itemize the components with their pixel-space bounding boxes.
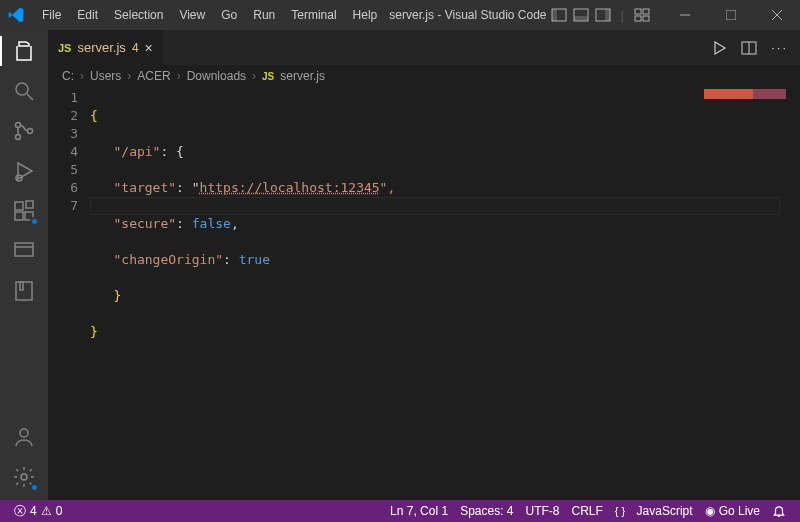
js-file-icon: JS	[262, 71, 274, 82]
menu-terminal[interactable]: Terminal	[283, 4, 344, 26]
window-title: server.js - Visual Studio Code	[385, 8, 550, 22]
layout-customize-icon[interactable]	[634, 7, 650, 23]
window-controls	[662, 0, 800, 30]
menu-edit[interactable]: Edit	[69, 4, 106, 26]
svg-point-14	[16, 83, 28, 95]
menu-selection[interactable]: Selection	[106, 4, 171, 26]
broadcast-icon: ◉	[705, 504, 715, 518]
vscode-logo-icon	[8, 7, 24, 23]
svg-rect-27	[20, 282, 23, 290]
tab-bar: JS server.js 4 × ···	[48, 30, 800, 65]
menu-help[interactable]: Help	[345, 4, 386, 26]
run-file-icon[interactable]	[711, 40, 727, 56]
breadcrumb-item[interactable]: Downloads	[187, 69, 246, 83]
svg-rect-7	[643, 9, 649, 14]
more-actions-icon[interactable]: ···	[771, 40, 788, 55]
line-gutter: 1234567	[48, 87, 90, 500]
panel-left-icon[interactable]	[551, 7, 567, 23]
settings-gear-icon[interactable]	[11, 464, 37, 490]
source-control-icon[interactable]	[11, 118, 37, 144]
status-indentation[interactable]: Spaces: 4	[454, 504, 519, 518]
tab-problems-count: 4	[132, 41, 139, 55]
svg-rect-5	[605, 9, 610, 21]
breadcrumb-item[interactable]: C:	[62, 69, 74, 83]
status-eol[interactable]: CRLF	[566, 504, 609, 518]
breadcrumb-item[interactable]: Users	[90, 69, 121, 83]
svg-rect-1	[552, 9, 557, 21]
svg-rect-3	[574, 16, 588, 21]
status-language[interactable]: { } JavaScript	[609, 504, 699, 518]
error-icon: ⓧ	[14, 503, 26, 520]
title-bar: File Edit Selection View Go Run Terminal…	[0, 0, 800, 30]
close-tab-icon[interactable]: ×	[145, 40, 153, 56]
svg-line-15	[27, 94, 33, 100]
breadcrumb-item[interactable]: ACER	[137, 69, 170, 83]
tab-server-js[interactable]: JS server.js 4 ×	[48, 30, 164, 65]
bookmark-icon[interactable]	[11, 278, 37, 304]
warning-icon: ⚠	[41, 504, 52, 518]
svg-point-16	[16, 123, 21, 128]
svg-rect-24	[15, 243, 33, 256]
status-cursor-position[interactable]: Ln 7, Col 1	[384, 504, 454, 518]
menu-view[interactable]: View	[171, 4, 213, 26]
svg-point-17	[16, 135, 21, 140]
menu-go[interactable]: Go	[213, 4, 245, 26]
remote-explorer-icon[interactable]	[11, 238, 37, 264]
extensions-icon[interactable]	[11, 198, 37, 224]
status-problems[interactable]: ⓧ4 ⚠0	[8, 503, 68, 520]
account-icon[interactable]	[11, 424, 37, 450]
activity-bar	[0, 30, 48, 500]
run-debug-icon[interactable]	[11, 158, 37, 184]
menu-bar: File Edit Selection View Go Run Terminal…	[34, 4, 385, 26]
editor-area: JS server.js 4 × ··· C:› Users› ACER› Do…	[48, 30, 800, 500]
status-bar: ⓧ4 ⚠0 Ln 7, Col 1 Spaces: 4 UTF-8 CRLF {…	[0, 500, 800, 522]
svg-point-18	[28, 129, 33, 134]
js-file-icon: JS	[58, 42, 71, 54]
update-badge-icon	[30, 217, 39, 226]
svg-rect-9	[643, 16, 649, 21]
explorer-icon[interactable]	[11, 38, 37, 64]
svg-rect-26	[16, 282, 32, 300]
svg-rect-21	[15, 212, 23, 220]
minimize-button[interactable]	[662, 0, 708, 30]
code-editor[interactable]: 1234567 { "/api": { "target": "https://l…	[48, 87, 800, 500]
layout-controls: |	[551, 7, 650, 23]
svg-rect-8	[635, 16, 641, 21]
svg-rect-6	[635, 9, 641, 14]
breadcrumbs[interactable]: C:› Users› ACER› Downloads› JS server.js	[48, 65, 800, 87]
svg-rect-11	[726, 10, 736, 20]
status-go-live[interactable]: ◉Go Live	[699, 504, 766, 518]
code-content[interactable]: { "/api": { "target": "https://localhost…	[90, 87, 800, 500]
menu-run[interactable]: Run	[245, 4, 283, 26]
status-encoding[interactable]: UTF-8	[520, 504, 566, 518]
panel-right-icon[interactable]	[595, 7, 611, 23]
maximize-button[interactable]	[708, 0, 754, 30]
minimap-overview[interactable]	[704, 89, 786, 99]
svg-rect-23	[26, 201, 33, 208]
svg-point-28	[20, 429, 28, 437]
tab-filename: server.js	[77, 40, 125, 55]
search-icon[interactable]	[11, 78, 37, 104]
menu-file[interactable]: File	[34, 4, 69, 26]
settings-badge-icon	[30, 483, 39, 492]
svg-rect-20	[15, 202, 23, 210]
svg-point-29	[21, 474, 27, 480]
status-notifications[interactable]	[766, 504, 792, 518]
split-editor-icon[interactable]	[741, 40, 757, 56]
panel-bottom-icon[interactable]	[573, 7, 589, 23]
close-button[interactable]	[754, 0, 800, 30]
breadcrumb-item[interactable]: server.js	[280, 69, 325, 83]
